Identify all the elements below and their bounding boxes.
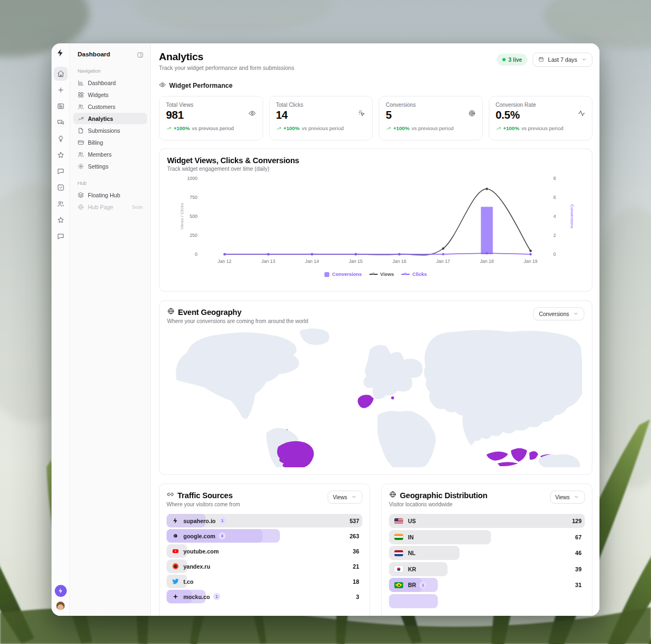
sidebar-item-hub-page[interactable]: Hub Page Soon [73,201,147,212]
row-value: 39 [575,566,582,572]
rail-item-starred[interactable] [54,213,68,227]
globe-icon [389,491,397,500]
nav-section-label: Navigation [70,68,150,74]
sidebar-item-floating-hub[interactable]: Floating Hub [73,189,147,201]
svg-text:0: 0 [195,252,197,257]
rail-item-community[interactable] [54,197,68,211]
traffic-row[interactable]: G google.com 3 263 [167,529,362,543]
clicks-point[interactable] [355,253,357,255]
conversion-count-badge: 1 [213,593,220,600]
clicks-point[interactable] [442,253,444,255]
sidebar-collapse-icon[interactable] [137,51,144,58]
rail-item-favorites[interactable] [54,148,68,162]
legend-item-views[interactable]: Views [369,272,394,277]
svg-text:Jan 19: Jan 19 [524,259,538,264]
stat-trend: +100%vs previous period [166,125,256,131]
create-icon [57,86,65,94]
world-map [167,327,584,469]
views-point[interactable] [529,250,532,252]
geography-metric-select[interactable]: Conversions [533,307,584,320]
svg-text:Jan 12: Jan 12 [218,259,232,264]
geo-rows: US 129 IN 67 NL 46 KR 39 BR 1 31 [389,514,585,608]
sidebar: Dashboard Navigation Dashboard Widgets C… [70,43,151,616]
geo-metric-select[interactable]: Views [550,491,585,504]
geo-row[interactable]: KR 39 [389,562,585,576]
traffic-row[interactable]: mocku.co 1 3 [167,590,362,603]
row-value: 18 [353,578,359,585]
date-range-select[interactable]: Last 7 days [533,53,592,67]
views-point[interactable] [486,188,488,190]
geo-row[interactable]: NL 46 [389,546,585,560]
stat-label: Total Views [166,102,256,108]
live-dot-icon [502,58,506,61]
sidebar-item-analytics[interactable]: Analytics [73,113,147,124]
row-value: 31 [575,582,582,588]
rail-item-tasks[interactable] [54,181,68,195]
clicks-point[interactable] [224,253,226,255]
clicks-point[interactable] [267,253,269,255]
activity-icon [578,110,585,117]
row-label: google.com [183,533,215,539]
sidebar-item-widgets[interactable]: Widgets [73,89,147,100]
traffic-row[interactable]: supahero.io 1 537 [167,514,362,527]
sidebar-item-label: Analytics [88,115,113,122]
svg-text:Jan 13: Jan 13 [261,259,276,264]
app-logo-icon[interactable] [56,48,65,57]
traffic-row[interactable]: youtube.com 36 [167,544,362,558]
geo-row[interactable]: BR 1 31 [389,578,585,592]
sidebar-item-billing[interactable]: Billing [73,137,147,148]
traffic-subtitle: Where your visitors come from [167,501,240,507]
geographic-distribution-card: Geographic Distribution Visitor location… [381,484,592,616]
row-value: 46 [575,550,582,556]
sidebar-item-dashboard[interactable]: Dashboard [73,77,147,88]
geo-row[interactable]: US 129 [389,514,585,528]
traffic-row[interactable]: Я yandex.ru 21 [167,559,362,573]
main-content: Analytics Track your widget performance … [151,43,599,616]
legend-item-clicks[interactable]: Clicks [401,272,427,277]
trend-up-icon [386,126,391,131]
user-avatar[interactable] [56,601,65,610]
conversions-bar[interactable] [481,207,493,255]
geo-row[interactable]: IN 67 [389,530,585,544]
rail-item-home[interactable] [54,67,68,81]
sidebar-item-label: Widgets [88,92,108,98]
sidebar-item-settings[interactable]: Settings [73,160,147,172]
clicks-point[interactable] [529,253,532,255]
rail-item-feed[interactable] [54,99,68,113]
svg-text:Jan 14: Jan 14 [305,259,319,264]
google-icon: G [172,532,179,539]
rail-item-ideas[interactable] [54,132,68,146]
rail-item-create[interactable] [54,83,68,97]
region-spain [358,395,374,408]
workspace-avatar[interactable] [55,585,67,597]
app-window: Dashboard Navigation Dashboard Widgets C… [52,43,599,616]
legend-item-conversions[interactable]: Conversions [324,272,362,277]
clicks-point[interactable] [398,253,400,255]
calendar-icon [538,56,544,62]
card-icon [78,139,84,146]
eye-icon [159,81,166,91]
bolt-icon [172,517,179,524]
sidebar-item-label: Customers [88,104,116,110]
sidebar-item-label: Floating Hub [88,192,120,198]
sidebar-item-customers[interactable]: Customers [73,101,147,112]
rail-item-messages[interactable] [54,115,68,130]
traffic-row[interactable]: t.co 18 [167,575,362,588]
views-point[interactable] [442,247,444,249]
rail-item-feedback[interactable] [54,164,68,178]
row-label: IN [408,534,414,540]
sidebar-item-label: Settings [88,163,108,170]
sidebar-item-submissions[interactable]: Submissions [73,125,147,136]
traffic-metric-select[interactable]: Views [328,491,363,504]
svg-text:G: G [174,533,177,538]
sidebar-item-members[interactable]: Members [73,149,147,160]
row-value: 36 [353,548,359,555]
page-title: Analytics [159,51,294,63]
stat-trend: +100%vs previous period [276,125,366,131]
clicks-point[interactable] [486,252,488,254]
sidebar-item-label: Members [88,151,112,158]
clicks-point[interactable] [311,253,313,255]
nav-section-label: Hub [70,181,150,186]
rail-item-chat[interactable] [54,229,68,243]
row-value: 263 [349,533,359,539]
